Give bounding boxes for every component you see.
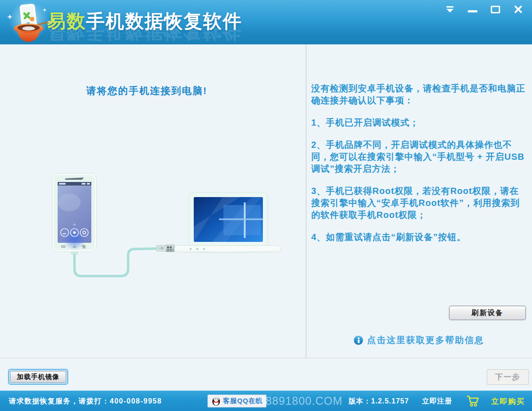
action-bar bbox=[0, 358, 532, 391]
title-bar: 易数手机数据恢复软件 易数手机数据恢复软件 bbox=[0, 0, 532, 45]
load-phone-image-button[interactable]: 加载手机镜像 bbox=[10, 371, 66, 383]
service-hotline-text: 请求数据恢复服务，请拨打：400-008-9958 bbox=[9, 391, 162, 411]
refresh-device-button[interactable]: 刷新设备 bbox=[449, 306, 526, 320]
window-controls bbox=[446, 4, 523, 14]
app-window: 易数手机数据恢复软件 易数手机数据恢复软件 请将您的手机连接到电脑! bbox=[0, 0, 532, 411]
close-icon[interactable] bbox=[513, 4, 523, 14]
not-detected-intro: 没有检测到安卓手机设备，请检查手机是否和电脑正确连接并确认以下事项： bbox=[311, 83, 527, 107]
connect-phone-heading: 请将您的手机连接到电脑! bbox=[0, 84, 293, 98]
tip-item: 3、手机已获得Root权限，若没有Root权限，请在搜索引擎中输入“安卓手机Ro… bbox=[311, 185, 527, 221]
buy-now-link[interactable]: 立即购买 bbox=[491, 391, 525, 411]
load-phone-image-button-focus-ring: 加载手机镜像 bbox=[8, 369, 68, 385]
qq-support-label: 客服QQ在线 bbox=[223, 397, 262, 405]
info-icon bbox=[354, 336, 363, 345]
app-title-reflection: 易数手机数据恢复软件 bbox=[47, 28, 242, 44]
window-menu-icon[interactable] bbox=[446, 6, 454, 13]
minimize-icon[interactable] bbox=[468, 10, 477, 12]
tip-item: 4、如需重试请点击“刷新设备”按钮。 bbox=[311, 231, 527, 243]
more-help-link[interactable]: 点击这里获取更多帮助信息 bbox=[306, 334, 532, 346]
next-step-button[interactable]: 下一步 bbox=[487, 369, 529, 385]
shopping-cart-icon[interactable] bbox=[466, 395, 480, 407]
maximize-icon[interactable] bbox=[491, 6, 500, 13]
phone-laptop-illustration bbox=[40, 171, 288, 280]
more-help-label: 点击这里获取更多帮助信息 bbox=[367, 334, 484, 346]
qq-support-button[interactable]: 客服QQ在线 bbox=[207, 395, 266, 407]
watermark-text: 08891800.COM bbox=[259, 395, 343, 407]
version-text: 版本：1.2.5.1757 bbox=[348, 391, 409, 411]
qq-penguin-icon bbox=[211, 396, 221, 406]
tip-item: 2、手机品牌不同，开启调试模式的具体操作也不同，您可以在搜索引擎中输入“手机型号… bbox=[311, 139, 527, 175]
footer-bar: 请求数据恢复服务，请拨打：400-008-9958 客服QQ在线 0889180… bbox=[0, 391, 532, 411]
panel-divider bbox=[306, 44, 306, 358]
troubleshooting-panel: 没有检测到安卓手机设备，请检查手机是否和电脑正确连接并确认以下事项： 1、手机已… bbox=[311, 83, 527, 253]
tip-item: 1、手机已开启调试模式； bbox=[311, 117, 527, 129]
app-logo-icon bbox=[5, 1, 52, 43]
register-link[interactable]: 立即注册 bbox=[422, 391, 452, 411]
